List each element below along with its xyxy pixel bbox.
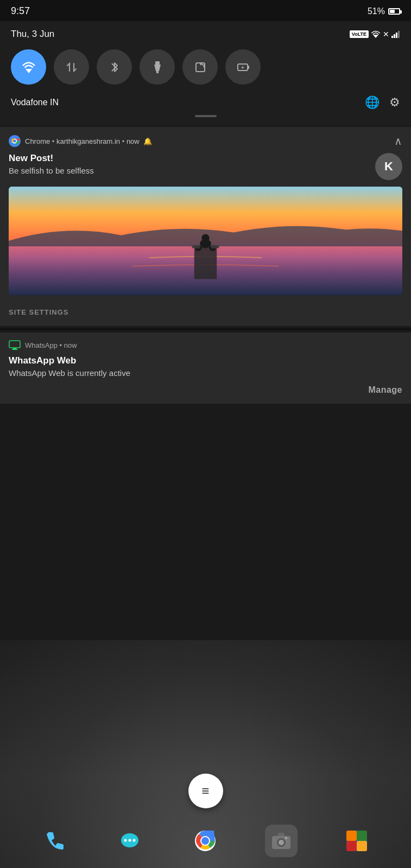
svg-rect-25 xyxy=(12,349,17,350)
whatsapp-subtitle: WhatsApp Web is currently active xyxy=(9,368,402,378)
wifi-signal-icon xyxy=(371,30,381,38)
svg-rect-4 xyxy=(398,31,400,38)
chrome-notification[interactable]: Chrome • karthikganeshram.in • now 🔔 ∧ N… xyxy=(0,127,411,326)
notification-avatar: K xyxy=(375,153,402,180)
whatsapp-body: WhatsApp Web WhatsApp Web is currently a… xyxy=(9,355,402,378)
carrier-actions: 🌐 ⚙ xyxy=(365,95,400,110)
toggle-battery-saver[interactable]: + xyxy=(225,49,261,85)
dock-camera[interactable] xyxy=(265,825,298,857)
notification-divider xyxy=(0,328,411,330)
data-toggle-icon xyxy=(66,61,78,73)
chrome-app-icon xyxy=(9,135,21,147)
avatar-letter: K xyxy=(384,159,393,174)
notification-body: New Post! Be selfish to be selfless K xyxy=(9,153,402,180)
dock-messages[interactable] xyxy=(113,825,146,857)
svg-rect-8 xyxy=(156,71,159,73)
chrome-dock-icon xyxy=(194,829,217,852)
notification-header-left: Chrome • karthikganeshram.in • now 🔔 xyxy=(9,135,152,147)
phone-icon xyxy=(43,830,65,852)
svg-point-29 xyxy=(133,839,136,842)
toggle-flashlight[interactable] xyxy=(140,49,175,85)
toggle-data[interactable] xyxy=(54,49,89,85)
quick-toggles: + xyxy=(11,49,400,85)
sunset-scene xyxy=(9,187,402,295)
globe-icon[interactable]: 🌐 xyxy=(365,95,380,110)
battery-saver-toggle-icon: + xyxy=(237,61,250,74)
notification-header: Chrome • karthikganeshram.in • now 🔔 ∧ xyxy=(9,135,402,148)
manage-button[interactable]: Manage xyxy=(368,385,402,395)
battery-percent: 51% xyxy=(368,7,385,16)
svg-marker-0 xyxy=(373,35,378,38)
manage-button-row: Manage xyxy=(9,385,402,395)
sim-x-icon: ✕ xyxy=(383,30,389,39)
whatsapp-title: WhatsApp Web xyxy=(9,355,402,366)
carrier-row: Vodafone IN 🌐 ⚙ xyxy=(11,95,400,115)
fab-button[interactable]: ≡ xyxy=(188,774,223,808)
whatsapp-app-icon xyxy=(9,340,21,350)
chrome-time: now xyxy=(127,137,140,145)
notification-text: New Post! Be selfish to be selfless xyxy=(9,153,94,175)
dock-photos[interactable] xyxy=(340,825,373,857)
volte-badge: VoLTE xyxy=(350,30,369,38)
status-right: 51% xyxy=(368,7,400,16)
notification-title: New Post! xyxy=(9,153,94,164)
settings-icon[interactable]: ⚙ xyxy=(389,95,400,110)
svg-point-22 xyxy=(201,234,210,242)
svg-rect-2 xyxy=(394,34,395,38)
quick-settings-panel: Thu, 3 Jun VoLTE ✕ xyxy=(0,21,411,125)
sunset-image xyxy=(9,187,402,295)
collapse-icon[interactable]: ∧ xyxy=(394,135,402,148)
app-dock xyxy=(0,819,411,868)
flashlight-toggle-icon xyxy=(152,60,163,74)
time-display: 9:57 xyxy=(11,5,30,17)
fab-icon: ≡ xyxy=(201,784,209,797)
svg-point-28 xyxy=(129,839,131,842)
panel-handle xyxy=(195,115,217,117)
toggle-rotate[interactable] xyxy=(182,49,218,85)
svg-rect-12 xyxy=(248,66,249,69)
toggle-bluetooth[interactable] xyxy=(97,49,132,85)
status-bar: 9:57 51% xyxy=(0,0,411,21)
svg-point-16 xyxy=(13,139,16,143)
svg-rect-1 xyxy=(391,36,393,38)
messages-icon xyxy=(118,829,141,852)
whatsapp-notification[interactable]: WhatsApp • now WhatsApp Web WhatsApp Web… xyxy=(0,333,411,404)
svg-rect-23 xyxy=(9,341,20,348)
svg-rect-40 xyxy=(346,841,357,851)
date-row: Thu, 3 Jun VoLTE ✕ xyxy=(11,29,400,40)
svg-rect-39 xyxy=(357,831,367,841)
bluetooth-toggle-icon xyxy=(110,60,119,74)
chrome-meta: Chrome • karthikganeshram.in • now 🔔 xyxy=(25,137,152,145)
home-screen: ∧ xyxy=(0,640,411,868)
notification-subtitle: Be selfish to be selfless xyxy=(9,166,94,175)
svg-rect-41 xyxy=(357,841,367,851)
svg-marker-5 xyxy=(26,69,32,73)
date-display: Thu, 3 Jun xyxy=(11,29,54,40)
svg-point-36 xyxy=(285,837,287,839)
svg-rect-6 xyxy=(155,61,160,65)
whatsapp-meta: WhatsApp • now xyxy=(25,341,77,349)
rotate-toggle-icon xyxy=(193,60,207,74)
whatsapp-header: WhatsApp • now xyxy=(9,340,402,350)
photos-icon xyxy=(345,829,368,852)
svg-point-27 xyxy=(124,839,127,842)
battery-fill xyxy=(390,10,395,13)
wifi-toggle-icon xyxy=(21,61,36,73)
svg-rect-3 xyxy=(396,33,397,38)
dock-phone[interactable] xyxy=(38,825,71,857)
whatsapp-time: now xyxy=(64,341,77,349)
carrier-name: Vodafone IN xyxy=(11,98,59,107)
svg-point-32 xyxy=(201,837,209,845)
dock-chrome[interactable] xyxy=(189,825,222,857)
svg-point-35 xyxy=(279,840,284,845)
toggle-wifi[interactable] xyxy=(11,49,46,85)
battery-icon xyxy=(388,8,400,15)
chrome-app-name: Chrome xyxy=(25,137,50,145)
site-settings-label[interactable]: SITE SETTINGS xyxy=(9,303,402,318)
camera-icon xyxy=(270,829,293,852)
svg-marker-7 xyxy=(154,65,161,71)
svg-rect-24 xyxy=(13,348,16,349)
svg-rect-38 xyxy=(346,831,357,841)
status-icons: VoLTE ✕ xyxy=(350,30,400,39)
notification-image xyxy=(9,187,402,295)
